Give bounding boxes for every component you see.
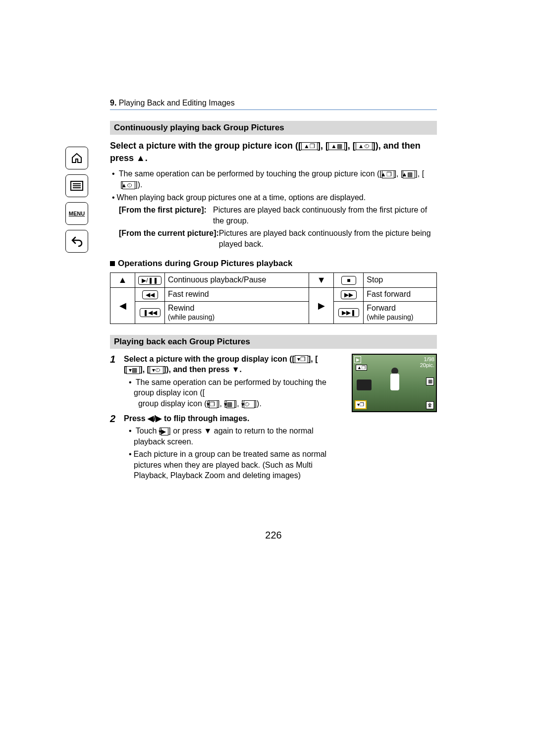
table-row: ◀ ◀◀ Fast rewind ▶ ▶▶ Fast forward	[110, 287, 437, 301]
rewind-icon: ◀◀	[135, 287, 165, 301]
section1-instruction: Select a picture with the group picture …	[110, 140, 437, 164]
golfer-graphic	[382, 367, 407, 406]
chapter-header: 9. Playing Back and Editing Images	[110, 99, 437, 108]
group-display-icon-1: ▾❐	[295, 355, 308, 363]
op-label: Rewind(while pausing)	[165, 301, 309, 324]
group-icon-burst: ▲❐	[301, 142, 318, 150]
group-badge-icon: ▲❐	[356, 365, 367, 371]
home-icon[interactable]	[65, 147, 88, 169]
def2-text: Pictures are played back continuously fr…	[219, 228, 437, 249]
step2-note2: Each picture in a group can be treated s…	[124, 449, 342, 481]
multi-playback-icon: ▦	[426, 378, 434, 385]
playback-option-definitions: [From the first picture]: Pictures are p…	[119, 205, 437, 249]
table-row: ▲ ▶/❚❚ Continuous playback/Pause ▼ ■ Sto…	[110, 272, 437, 287]
group-icon-burst-small: ▲❐	[382, 170, 394, 178]
op-label: Fast forward	[364, 287, 437, 301]
op-label: Stop	[364, 272, 437, 287]
arrow-right: ▶	[309, 287, 334, 324]
step1-number: 1	[110, 354, 124, 409]
step-2: 2 Press ◀/▶ to flip through images. Touc…	[110, 413, 342, 482]
preview-counter: 1/98 20pic.	[420, 356, 434, 368]
operations-heading: Operations during Group Pictures playbac…	[110, 259, 437, 269]
group-icon-focus-small: ▲▩	[403, 170, 415, 178]
arrow-left: ◀	[110, 287, 135, 324]
delete-icon: 🗑	[426, 401, 434, 409]
preview-thumbnail: ▶ 1/98 20pic. ▲❐ ▦ 🗑 ▾❐	[352, 354, 437, 412]
op-label: Fast rewind	[165, 287, 309, 301]
chapter-number: 9.	[110, 99, 116, 107]
group-display-icon-3: ▾⏲	[150, 366, 163, 374]
chapter-title: Playing Back and Editing Images	[119, 99, 235, 107]
op-label: Forward(while pausing)	[364, 301, 437, 324]
step2-note1: Touch [▾▶] or press ▼ again to return to…	[124, 426, 342, 447]
group-icon-focus: ▲▩	[328, 142, 345, 150]
def1-text: Pictures are played back continuously fr…	[213, 205, 437, 226]
page-number: 226	[110, 530, 437, 541]
page-content: 9. Playing Back and Editing Images Conti…	[110, 99, 437, 485]
def2-label: [From the current picture]:	[119, 228, 219, 249]
group-icon-time-small: ▲⏲	[122, 181, 135, 189]
section1-note2: When playing back group pictures one at …	[110, 192, 437, 203]
arrow-down: ▼	[309, 272, 334, 287]
step1-note: The same operation can be performed by t…	[124, 377, 342, 409]
section1-note1: The same operation can be performed by t…	[110, 168, 437, 190]
group-icon-time: ▲⏲	[356, 142, 373, 150]
next-icon: ▶▶❚	[334, 301, 364, 324]
section1-title: Continuously playing back Group Pictures	[110, 121, 437, 135]
back-icon[interactable]	[65, 230, 88, 253]
stop-icon: ■	[334, 272, 364, 287]
contents-icon[interactable]	[65, 174, 88, 197]
op-label: Continuous playback/Pause	[165, 272, 309, 287]
group-display-icon-1b: ▾❐	[209, 400, 217, 408]
def1-label: [From the first picture]:	[119, 205, 213, 226]
menu-button[interactable]: MENU	[65, 202, 88, 225]
return-icon: ▾▶	[161, 428, 168, 435]
prev-icon: ❚◀◀	[135, 301, 165, 324]
group-display-icon-3b: ▾⏲	[244, 400, 255, 408]
group-display-button: ▾❐	[355, 400, 367, 409]
golf-cart-graphic	[357, 379, 372, 390]
table-row: ❚◀◀ Rewind(while pausing) ▶▶❚ Forward(wh…	[110, 301, 437, 324]
arrow-up: ▲	[110, 272, 135, 287]
step-1: 1 Select a picture with the group displa…	[110, 354, 342, 409]
playback-mode-icon: ▶	[354, 356, 361, 363]
step2-number: 2	[110, 413, 124, 482]
step1-instruction: Select a picture with the group display …	[124, 354, 342, 375]
group-display-icon-2b: ▾▩	[226, 400, 235, 408]
step2-instruction: Press ◀/▶ to flip through images.	[124, 413, 342, 424]
section2-title: Playing back each Group Pictures	[110, 335, 437, 349]
sidebar-nav: MENU	[65, 147, 93, 258]
group-display-icon-2: ▾▩	[126, 366, 140, 374]
header-divider	[110, 109, 437, 110]
ff-icon: ▶▶	[334, 287, 364, 301]
section2-body: 1 Select a picture with the group displa…	[110, 354, 437, 486]
play-pause-icon: ▶/❚❚	[135, 272, 165, 287]
operations-table: ▲ ▶/❚❚ Continuous playback/Pause ▼ ■ Sto…	[110, 272, 437, 324]
